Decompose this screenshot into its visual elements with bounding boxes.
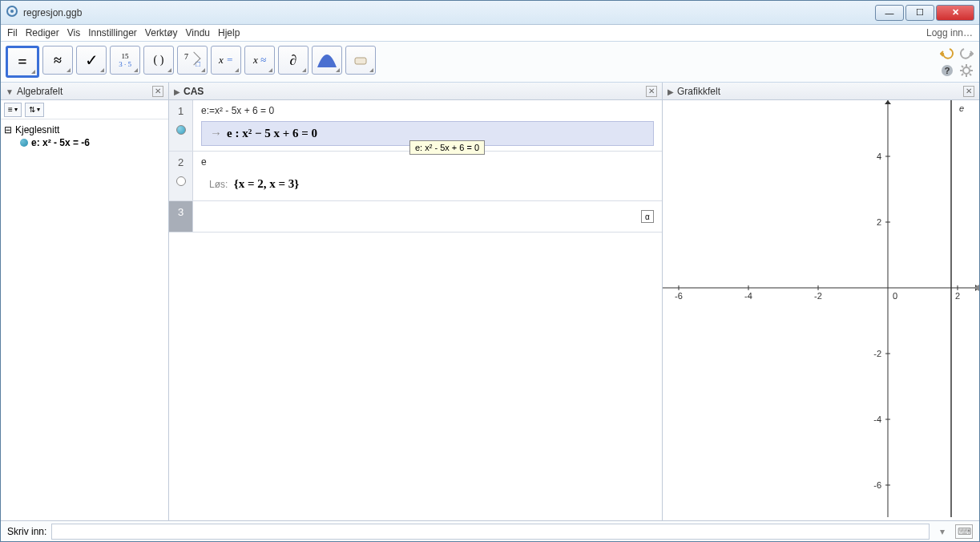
command-input[interactable] [51, 524, 930, 540]
toolbar: =≈✓153 · 5( )7□x =x ≈∂ ? [1, 41, 979, 83]
nsolve-tool[interactable]: x ≈ [244, 46, 275, 75]
svg-line-12 [962, 74, 963, 75]
cas-input-text: e:=x² - 5x + 6 = 0 [201, 105, 654, 116]
cas-row[interactable]: 3α [169, 201, 662, 233]
visibility-marble-icon[interactable] [176, 176, 186, 186]
collapse-icon[interactable]: ▼ [6, 87, 14, 96]
derivative-tool[interactable]: ∂ [278, 46, 309, 75]
category-label: Kjeglesnitt [15, 124, 59, 136]
menu-verktoy[interactable]: Verktøy [145, 27, 178, 38]
graph-canvas[interactable]: -6-4-20242-2-4-6e [663, 100, 979, 520]
svg-text:2: 2 [877, 217, 881, 227]
factor-tool[interactable]: 153 · 5 [110, 46, 140, 75]
input-label: Skriv inn: [7, 526, 46, 537]
numeric-tool[interactable]: ≈ [42, 46, 73, 75]
cas-title: CAS [183, 86, 204, 97]
probability-tool[interactable] [312, 46, 342, 75]
dropdown-icon[interactable]: ▾ [934, 524, 950, 540]
svg-text:-2: -2 [873, 349, 881, 358]
delete-tool[interactable] [345, 46, 376, 75]
row-number: 3 [178, 206, 183, 218]
menu-fil[interactable]: Fil [7, 27, 18, 38]
svg-text:-2: -2 [814, 291, 822, 301]
menu-rediger[interactable]: Rediger [26, 27, 59, 38]
svg-text:-4: -4 [744, 291, 752, 301]
svg-text:?: ? [945, 66, 950, 75]
svg-text:-6: -6 [873, 480, 881, 490]
titlebar: regresjon.ggb — ☐ ✕ [1, 1, 979, 25]
svg-text:4: 4 [877, 152, 881, 161]
close-algebra-icon[interactable]: ✕ [152, 86, 163, 97]
svg-point-1 [10, 10, 14, 13]
svg-text:-6: -6 [675, 291, 683, 301]
cas-panel: ▶CAS ✕ 1e:=x² - 5x + 6 = 0→e : x² − 5 x … [169, 83, 663, 520]
cas-input-text: e [201, 156, 654, 168]
svg-text:-4: -4 [873, 415, 881, 424]
svg-text:0: 0 [893, 291, 897, 301]
tree-category[interactable]: ⊟ Kjeglesnitt [4, 124, 165, 136]
solve-tool[interactable]: x = [211, 46, 241, 75]
keep-input-tool[interactable]: ✓ [76, 46, 107, 75]
menubar: Fil Rediger Vis Innstillinger Verktøy Vi… [1, 25, 979, 41]
sort-button[interactable]: ⇅ ▾ [25, 103, 44, 117]
substitute-tool[interactable]: 7□ [177, 46, 208, 75]
cas-input[interactable] [201, 206, 641, 227]
evaluate-tool[interactable]: = [6, 46, 39, 78]
svg-rect-2 [355, 58, 366, 64]
close-button[interactable]: ✕ [936, 5, 974, 21]
visibility-marble-icon[interactable] [176, 125, 186, 135]
svg-line-11 [970, 74, 971, 75]
object-bullet-icon[interactable] [20, 139, 28, 147]
expand-icon[interactable]: ⊟ [4, 124, 12, 136]
help-icon[interactable]: ? [939, 63, 955, 79]
row-number: 2 [178, 156, 183, 168]
settings-icon[interactable] [958, 63, 974, 79]
cas-row[interactable]: 2eLøs: {x = 2, x = 3} [169, 152, 662, 201]
undo-icon[interactable] [939, 45, 955, 61]
view-mode-button[interactable]: ≡ ▾ [4, 103, 22, 117]
menu-innstillinger[interactable]: Innstillinger [88, 27, 137, 38]
collapse-icon[interactable]: ▶ [667, 87, 674, 96]
minimize-button[interactable]: — [875, 5, 904, 21]
menu-vindu[interactable]: Vindu [186, 27, 210, 38]
grafikk-title: Grafikkfelt [677, 86, 720, 97]
close-cas-icon[interactable]: ✕ [646, 86, 657, 97]
tooltip: e: x² - 5x + 6 = 0 [409, 140, 485, 155]
cas-output: Løs: {x = 2, x = 3} [201, 172, 654, 196]
svg-point-5 [963, 67, 970, 74]
expand-tool[interactable]: ( ) [143, 46, 174, 75]
row-number: 1 [178, 105, 183, 117]
maximize-button[interactable]: ☐ [905, 5, 934, 21]
algebra-panel: ▼Algebrafelt ✕ ≡ ▾ ⇅ ▾ ⊟ Kjeglesnitt e: … [1, 83, 169, 520]
svg-line-13 [970, 66, 971, 67]
svg-text:e: e [959, 103, 964, 113]
grafikk-panel: ▶Grafikkfelt ✕ -6-4-20242-2-4-6e [663, 83, 979, 520]
alpha-icon[interactable]: α [641, 210, 654, 223]
keyboard-icon[interactable]: ⌨ [955, 524, 973, 539]
svg-text:2: 2 [955, 291, 960, 301]
app-icon [6, 5, 18, 20]
object-label: e: x² - 5x = -6 [31, 137, 90, 148]
algebra-title: Algebrafelt [17, 86, 63, 97]
login-link[interactable]: Logg inn… [926, 27, 973, 38]
collapse-icon[interactable]: ▶ [174, 87, 180, 96]
input-bar: Skriv inn: ▾ ⌨ [1, 520, 979, 541]
redo-icon[interactable] [958, 45, 974, 61]
tree-item[interactable]: e: x² - 5x = -6 [4, 137, 165, 148]
svg-line-10 [962, 66, 963, 67]
window-title: regresjon.ggb [23, 7, 82, 18]
menu-hjelp[interactable]: Hjelp [218, 27, 240, 38]
menu-vis[interactable]: Vis [67, 27, 80, 38]
close-grafikk-icon[interactable]: ✕ [963, 86, 974, 97]
